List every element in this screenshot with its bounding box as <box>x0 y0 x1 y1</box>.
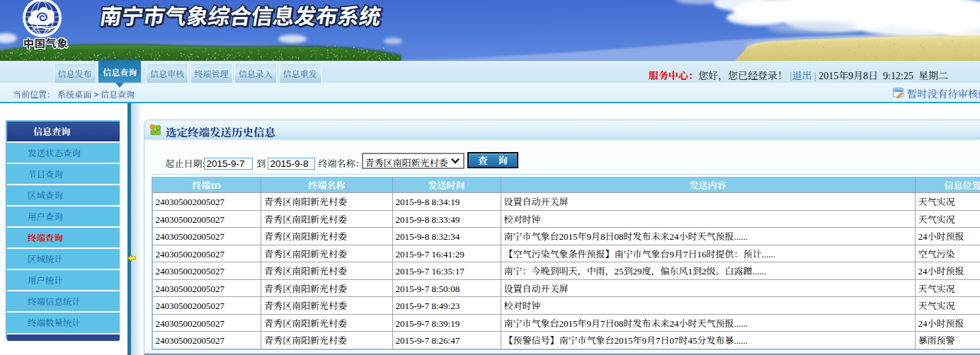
svg-text:中国气象: 中国气象 <box>23 35 68 50</box>
svg-text:南宁市气象综合信息发布系统: 南宁市气象综合信息发布系统 <box>98 1 384 30</box>
